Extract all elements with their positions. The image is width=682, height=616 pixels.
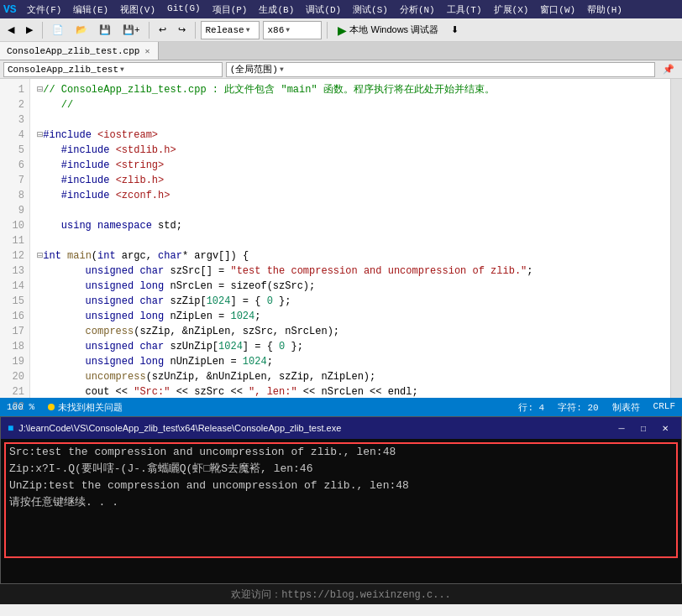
- tab-bar: ConsoleApp_zlib_test.cpp ✕: [0, 42, 682, 60]
- status-label: 未找到相关问题: [58, 401, 123, 414]
- toolbar-sep-4: [327, 22, 328, 39]
- menu-build[interactable]: 生成(B): [254, 2, 299, 18]
- menu-test[interactable]: 测试(S): [348, 2, 393, 18]
- watermark-text: 欢迎访问：https://blog.weixinzeng.c...: [231, 587, 451, 602]
- menu-help[interactable]: 帮助(H): [582, 2, 627, 18]
- new-file-btn[interactable]: 📄: [48, 21, 68, 39]
- back-btn[interactable]: ◀: [3, 21, 18, 39]
- menu-items: 文件(F) 编辑(E) 视图(V) Git(G) 项目(P) 生成(B) 调试(…: [22, 2, 627, 18]
- platform-label: x86: [267, 25, 284, 35]
- menu-tools[interactable]: 工具(T): [442, 2, 487, 18]
- editor-area: 1234 5678 9101112 13141516 17181920 2122…: [0, 79, 682, 398]
- run-button[interactable]: ▶ 本地 Windows 调试器: [333, 21, 443, 39]
- toolbar-sep-3: [195, 22, 196, 39]
- undo-btn[interactable]: ↩: [155, 21, 170, 39]
- menu-bar: VS 文件(F) 编辑(E) 视图(V) Git(G) 项目(P) 生成(B) …: [0, 0, 682, 18]
- console-titlebar: ■ J:\learnCode\VS\ConsoleApp_zlib_test\x…: [1, 417, 681, 439]
- forward-btn[interactable]: ▶: [22, 21, 37, 39]
- maximize-button[interactable]: □: [634, 420, 653, 436]
- menu-view[interactable]: 视图(V): [115, 2, 160, 18]
- tab-close-icon[interactable]: ✕: [143, 46, 151, 56]
- toolbar: ◀ ▶ 📄 📂 💾 💾+ ↩ ↪ Release ▼ x86 ▼ ▶ 本地 Wi…: [0, 18, 682, 42]
- status-problems: 未找到相关问题: [48, 401, 123, 414]
- scope-dropdown[interactable]: (全局范围) ▼: [226, 62, 655, 77]
- save-btn[interactable]: 💾: [95, 21, 115, 39]
- scope-label: (全局范围): [230, 63, 278, 76]
- config-dropdown[interactable]: Release ▼: [201, 21, 260, 39]
- console-line-3: UnZip:test the compression and uncompres…: [9, 478, 673, 494]
- console-icon: ■: [8, 422, 13, 434]
- status-col: 字符: 20: [558, 401, 598, 414]
- menu-debug[interactable]: 调试(D): [301, 2, 346, 18]
- project-arrow: ▼: [120, 65, 124, 73]
- code-content[interactable]: ⊟// ConsoleApp_zlib_test.cpp : 此文件包含 "ma…: [30, 79, 670, 398]
- menu-edit[interactable]: 编辑(E): [68, 2, 113, 18]
- toolbar-sep-1: [42, 22, 43, 39]
- menu-file[interactable]: 文件(F): [22, 2, 67, 18]
- config-arrow: ▼: [246, 26, 250, 34]
- menu-project[interactable]: 项目(P): [207, 2, 253, 18]
- tab-main-file[interactable]: ConsoleApp_zlib_test.cpp ✕: [0, 42, 159, 60]
- console-line-1: Src:test the compression and uncompressi…: [9, 444, 673, 461]
- status-right-section: 行: 4 字符: 20 制表符 CRLF: [518, 401, 675, 414]
- project-dropdown[interactable]: ConsoleApp_zlib_test ▼: [3, 62, 223, 77]
- close-button[interactable]: ✕: [656, 420, 674, 436]
- status-encoding: CRLF: [653, 401, 675, 414]
- console-title: J:\learnCode\VS\ConsoleApp_zlib_test\x64…: [18, 423, 341, 433]
- console-body: Src:test the compression and uncompressi…: [1, 439, 681, 583]
- solution-bar: ConsoleApp_zlib_test ▼ (全局范围) ▼ 📌: [0, 60, 682, 79]
- play-icon: ▶: [338, 23, 347, 37]
- platform-arrow: ▼: [286, 26, 290, 34]
- console-window: ■ J:\learnCode\VS\ConsoleApp_zlib_test\x…: [0, 416, 682, 584]
- window-controls: ─ □ ✕: [612, 420, 674, 436]
- status-zoom: 100 %: [7, 402, 34, 412]
- menu-analyze[interactable]: 分析(N): [395, 2, 440, 18]
- status-row: 行: 4: [518, 401, 544, 414]
- redo-btn[interactable]: ↪: [174, 21, 190, 39]
- vs-logo: VS: [3, 3, 17, 16]
- menu-window[interactable]: 窗口(W): [535, 2, 580, 18]
- platform-dropdown[interactable]: x86 ▼: [263, 21, 322, 39]
- minimize-button[interactable]: ─: [612, 420, 631, 436]
- console-line-2: Zip:x?I-.Q(要叫嗐-(J-.翕蠵矖Q(虾□靴S去魔褡, len:46: [9, 461, 673, 478]
- project-label: ConsoleApp_zlib_test: [8, 65, 118, 75]
- tab-label: ConsoleApp_zlib_test.cpp: [7, 46, 139, 56]
- status-dot-icon: [48, 404, 55, 410]
- run-label: 本地 Windows 调试器: [349, 23, 438, 36]
- watermark: 欢迎访问：https://blog.weixinzeng.c...: [0, 584, 682, 604]
- pinned-btn[interactable]: 📌: [658, 60, 679, 79]
- console-line-4: 请按任意键继续. . .: [9, 494, 673, 511]
- editor-scrollbar[interactable]: [670, 79, 682, 398]
- status-spaces: 制表符: [612, 401, 640, 414]
- toolbar-sep-2: [149, 22, 150, 39]
- menu-git[interactable]: Git(G): [162, 2, 206, 18]
- scope-arrow: ▼: [280, 65, 284, 73]
- open-btn[interactable]: 📂: [71, 21, 92, 39]
- zoom-label: 100 %: [7, 402, 34, 412]
- line-numbers: 1234 5678 9101112 13141516 17181920 2122…: [0, 79, 30, 398]
- status-bar: 100 % 未找到相关问题 行: 4 字符: 20 制表符 CRLF: [0, 398, 682, 416]
- save-all-btn[interactable]: 💾+: [118, 21, 144, 39]
- menu-extensions[interactable]: 扩展(X): [489, 2, 534, 18]
- config-label: Release: [205, 25, 244, 35]
- debug-more-btn[interactable]: ⬇: [447, 21, 463, 39]
